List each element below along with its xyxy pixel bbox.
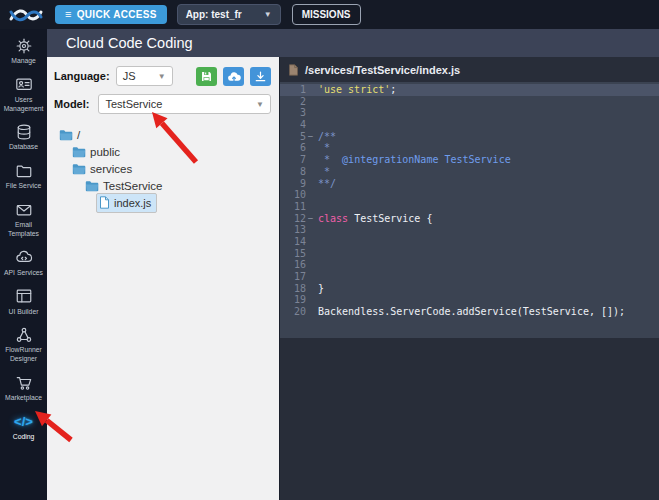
line-number: 20 xyxy=(280,306,306,318)
code-line[interactable]: 10 xyxy=(280,189,659,201)
code-line[interactable]: 6 * xyxy=(280,142,659,154)
database-icon xyxy=(15,122,33,141)
app-select-value: App: test_fr xyxy=(186,9,242,20)
sidebar-item-users-management[interactable]: Users Management xyxy=(0,71,47,119)
line-number: 8 xyxy=(280,166,306,178)
fold-gutter xyxy=(306,166,315,178)
code-line[interactable]: 19 xyxy=(280,294,659,306)
backendless-logo-icon[interactable] xyxy=(8,3,46,27)
code-line[interactable]: 5–/** xyxy=(280,131,659,143)
line-number: 2 xyxy=(280,96,306,108)
layout-icon xyxy=(15,287,33,306)
code-text xyxy=(315,201,318,213)
code-editor[interactable]: 1'use strict';2345–/**6 *7 * @integratio… xyxy=(280,82,659,338)
app-select[interactable]: App: test_fr ▼ xyxy=(177,4,281,25)
sidebar-item-flowrunner-designer[interactable]: FlowRunner Designer xyxy=(0,321,47,369)
code-text: **/ xyxy=(315,178,336,190)
tree-node-testservice[interactable]: TestService xyxy=(57,177,275,194)
code-line[interactable]: 8 * xyxy=(280,166,659,178)
model-select[interactable]: TestService ▼ xyxy=(98,94,271,114)
tree-node-label: / xyxy=(77,129,80,141)
sidebar-item-api-services[interactable]: API Services xyxy=(0,244,47,283)
top-navigation-bar: ≡ QUICK ACCESS App: test_fr ▼ MISSIONS xyxy=(0,0,659,29)
fold-gutter xyxy=(306,154,315,166)
sidebar-item-label: FlowRunner Designer xyxy=(3,346,45,364)
fold-gutter xyxy=(306,236,315,248)
quick-access-button[interactable]: ≡ QUICK ACCESS xyxy=(55,5,167,24)
backendless-console: ≡ QUICK ACCESS App: test_fr ▼ MISSIONS M… xyxy=(0,0,659,500)
code-line[interactable]: 3 xyxy=(280,107,659,119)
code-text xyxy=(315,236,318,248)
sidebar-item-manage[interactable]: Manage xyxy=(0,32,47,71)
flow-icon xyxy=(15,325,33,344)
line-number: 18 xyxy=(280,283,306,295)
tree-node-[interactable]: / xyxy=(57,126,275,143)
cloud-code-panel: Language: JS ▼ Model: TestService ▼ xyxy=(47,57,280,500)
code-line[interactable]: 12–class TestService { xyxy=(280,213,659,225)
fold-gutter xyxy=(306,201,315,213)
fold-gutter xyxy=(306,248,315,260)
code-line[interactable]: 20Backendless.ServerCode.addService(Test… xyxy=(280,306,659,318)
sidebar-item-email-templates[interactable]: Email Templates xyxy=(0,196,47,244)
sidebar-item-label: Users Management xyxy=(3,96,45,114)
fold-gutter xyxy=(306,142,315,154)
sidebar-item-label: Database xyxy=(3,143,45,152)
line-number: 15 xyxy=(280,248,306,260)
fold-gutter xyxy=(306,178,315,190)
code-line[interactable]: 15 xyxy=(280,248,659,260)
fold-marker-icon[interactable]: – xyxy=(306,213,315,225)
line-number: 5 xyxy=(280,131,306,143)
fold-gutter xyxy=(306,271,315,283)
tree-node-label: public xyxy=(90,146,120,158)
missions-button[interactable]: MISSIONS xyxy=(292,4,361,25)
fold-gutter xyxy=(306,107,315,119)
deploy-button[interactable] xyxy=(223,67,244,86)
code-text xyxy=(315,189,318,201)
code-line[interactable]: 16 xyxy=(280,259,659,271)
sidebar-item-database[interactable]: Database xyxy=(0,118,47,157)
tree-node-public[interactable]: public xyxy=(57,143,275,160)
editor-tab-bar: /services/TestService/index.js xyxy=(280,57,659,82)
code-line[interactable]: 1'use strict'; xyxy=(280,84,659,96)
sidebar-item-coding[interactable]: </>Coding xyxy=(0,408,47,447)
line-number: 7 xyxy=(280,154,306,166)
code-line[interactable]: 4 xyxy=(280,119,659,131)
save-button[interactable] xyxy=(196,67,217,86)
fold-gutter xyxy=(306,259,315,271)
code-text xyxy=(315,224,318,236)
sidebar-item-label: Marketplace xyxy=(3,394,45,403)
fold-gutter xyxy=(306,283,315,295)
code-line[interactable]: 17 xyxy=(280,271,659,283)
sidebar-item-ui-builder[interactable]: UI Builder xyxy=(0,283,47,322)
tree-node-services[interactable]: services xyxy=(57,160,275,177)
page-title-bar: Cloud Code Coding xyxy=(47,29,659,57)
line-number: 9 xyxy=(280,178,306,190)
sidebar-item-file-service[interactable]: File Service xyxy=(0,157,47,196)
code-line[interactable]: 14 xyxy=(280,236,659,248)
users-card-icon xyxy=(15,75,33,94)
sidebar-item-label: API Services xyxy=(3,269,45,278)
file-icon xyxy=(288,64,299,76)
code-line[interactable]: 7 * @integrationName TestService xyxy=(280,154,659,166)
code-line[interactable]: 2 xyxy=(280,96,659,108)
line-number: 13 xyxy=(280,224,306,236)
code-line[interactable]: 13 xyxy=(280,224,659,236)
code-line[interactable]: 11 xyxy=(280,201,659,213)
page-title: Cloud Code Coding xyxy=(66,35,193,51)
language-select[interactable]: JS ▼ xyxy=(116,66,173,86)
quick-access-label: QUICK ACCESS xyxy=(77,9,157,20)
code-line[interactable]: 18} xyxy=(280,283,659,295)
sidebar-item-marketplace[interactable]: Marketplace xyxy=(0,369,47,408)
line-number: 14 xyxy=(280,236,306,248)
hamburger-icon: ≡ xyxy=(65,9,72,20)
folder-icon xyxy=(59,129,73,141)
file-tree: /publicservicesTestServiceindex.js xyxy=(47,118,279,211)
tree-node-index.js[interactable]: index.js xyxy=(57,194,275,211)
download-button[interactable] xyxy=(250,67,271,86)
code-line[interactable]: 9**/ xyxy=(280,178,659,190)
sidebar-item-label: Email Templates xyxy=(3,221,45,239)
missions-label: MISSIONS xyxy=(302,9,351,20)
sidebar-item-label: Manage xyxy=(3,57,45,66)
fold-marker-icon[interactable]: – xyxy=(306,131,315,143)
chevron-down-icon: ▼ xyxy=(256,100,264,109)
